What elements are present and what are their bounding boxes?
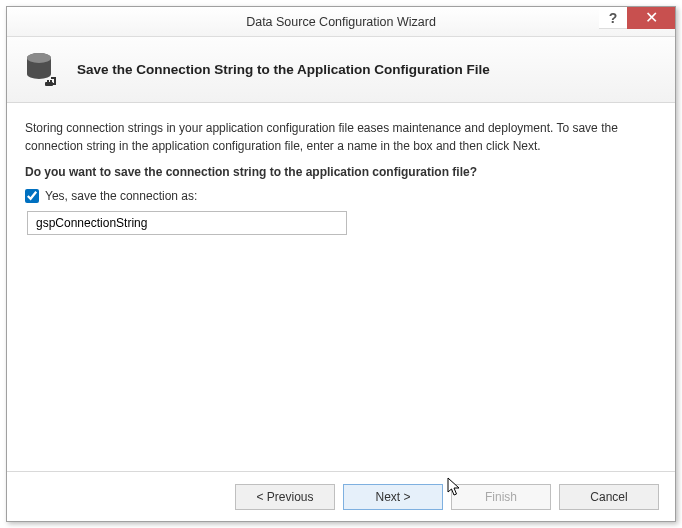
description-text: Storing connection strings in your appli… <box>25 119 657 155</box>
previous-button[interactable]: < Previous <box>235 484 335 510</box>
close-button[interactable]: ✕ <box>627 7 675 29</box>
svg-point-1 <box>27 53 51 63</box>
svg-rect-3 <box>47 80 49 83</box>
save-connection-checkbox-row[interactable]: Yes, save the connection as: <box>25 189 657 203</box>
wizard-header: Save the Connection String to the Applic… <box>7 37 675 103</box>
help-button[interactable]: ? <box>599 7 627 29</box>
prompt-text: Do you want to save the connection strin… <box>25 165 657 179</box>
window-title: Data Source Configuration Wizard <box>7 15 675 29</box>
wizard-footer: < Previous Next > Finish Cancel <box>7 471 675 521</box>
close-icon: ✕ <box>645 10 658 26</box>
titlebar-controls: ? ✕ <box>599 7 675 36</box>
database-icon <box>25 52 59 88</box>
svg-rect-4 <box>50 80 52 83</box>
titlebar: Data Source Configuration Wizard ? ✕ <box>7 7 675 37</box>
connection-name-input[interactable] <box>27 211 347 235</box>
wizard-dialog: Data Source Configuration Wizard ? ✕ Sav… <box>6 6 676 522</box>
checkbox-label: Yes, save the connection as: <box>45 189 197 203</box>
cancel-button[interactable]: Cancel <box>559 484 659 510</box>
wizard-content: Storing connection strings in your appli… <box>7 103 675 471</box>
save-connection-checkbox[interactable] <box>25 189 39 203</box>
finish-button[interactable]: Finish <box>451 484 551 510</box>
next-button[interactable]: Next > <box>343 484 443 510</box>
wizard-step-title: Save the Connection String to the Applic… <box>77 62 490 77</box>
